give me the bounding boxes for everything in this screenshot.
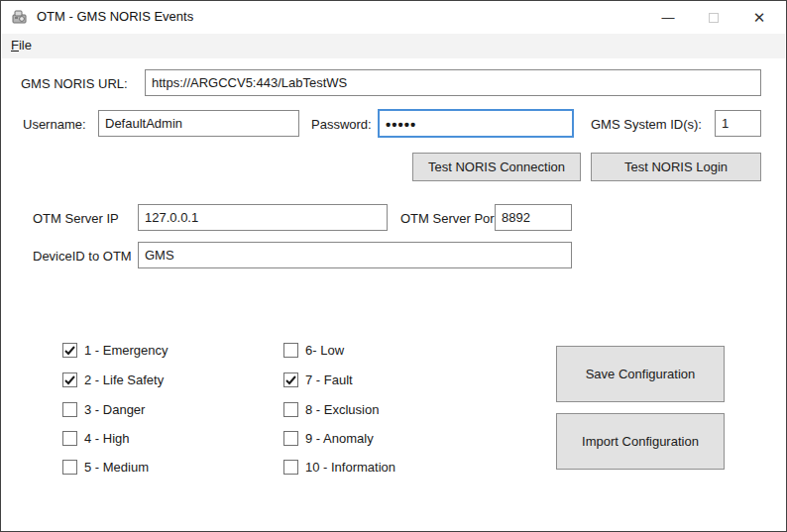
noris-url-input[interactable] (145, 69, 761, 96)
checkbox-label: 7 - Fault (305, 372, 353, 387)
menu-bar: File (2, 34, 785, 58)
checkbox-label: 10 - Information (305, 460, 395, 475)
check-icon (284, 374, 297, 386)
checkbox-box[interactable] (62, 343, 77, 358)
minimize-button[interactable]: — (645, 1, 691, 34)
checkbox-box[interactable] (283, 343, 298, 358)
system-ids-input[interactable] (715, 110, 761, 137)
username-label: Username: (23, 117, 86, 132)
title-bar: OTM - GMS NORIS Events — ✕ (1, 1, 786, 34)
otm-server-port-input[interactable] (495, 204, 572, 231)
device-id-input[interactable] (138, 242, 572, 268)
app-window: OTM - GMS NORIS Events — ✕ File GMS NORI… (0, 0, 787, 532)
checkbox-box[interactable] (283, 372, 298, 387)
checkbox-box[interactable] (62, 460, 77, 475)
close-button[interactable]: ✕ (736, 1, 782, 34)
checkbox-box[interactable] (283, 460, 298, 475)
menu-item-file[interactable]: File (2, 34, 40, 53)
checkbox-box[interactable] (283, 402, 298, 417)
checkbox-high[interactable]: 4 - High (62, 430, 130, 446)
close-icon: ✕ (753, 9, 766, 27)
save-configuration-button[interactable]: Save Configuration (556, 346, 725, 402)
checkbox-label: 5 - Medium (84, 460, 149, 475)
checkbox-box[interactable] (62, 431, 77, 446)
maximize-button (691, 1, 736, 34)
checkbox-label: 1 - Emergency (84, 343, 169, 358)
checkbox-label: 6- Low (305, 343, 344, 358)
checkbox-box[interactable] (283, 431, 298, 446)
app-icon (11, 9, 29, 25)
noris-url-label: GMS NORIS URL: (21, 76, 128, 91)
password-input[interactable] (378, 109, 574, 138)
checkbox-label: 3 - Danger (84, 402, 145, 417)
checkbox-emergency[interactable]: 1 - Emergency (62, 342, 169, 358)
checkbox-medium[interactable]: 5 - Medium (62, 459, 149, 475)
minimize-icon: — (662, 10, 675, 25)
check-icon (63, 374, 76, 386)
checkbox-information[interactable]: 10 - Information (283, 459, 395, 475)
checkbox-box[interactable] (62, 372, 77, 387)
checkbox-label: 8 - Exclusion (305, 402, 379, 417)
username-input[interactable] (98, 110, 299, 137)
checkbox-anomaly[interactable]: 9 - Anomaly (283, 430, 374, 446)
device-id-label: DeviceID to OTM (33, 249, 132, 264)
otm-server-ip-label: OTM Server IP (33, 211, 119, 226)
checkbox-exclusion[interactable]: 8 - Exclusion (283, 401, 379, 417)
checkbox-danger[interactable]: 3 - Danger (62, 401, 145, 417)
otm-server-ip-input[interactable] (138, 204, 388, 231)
checkbox-box[interactable] (62, 402, 77, 417)
password-label: Password: (311, 117, 372, 132)
check-icon (63, 345, 76, 357)
test-noris-connection-button[interactable]: Test NORIS Connection (412, 153, 581, 181)
checkbox-life-safety[interactable]: 2 - Life Safety (62, 372, 164, 387)
checkbox-low[interactable]: 6- Low (283, 342, 344, 358)
checkbox-label: 4 - High (84, 431, 130, 446)
window-title: OTM - GMS NORIS Events (37, 9, 193, 24)
maximize-icon (709, 13, 719, 23)
checkbox-label: 9 - Anomaly (305, 431, 374, 446)
checkbox-fault[interactable]: 7 - Fault (283, 372, 353, 387)
otm-server-port-label: OTM Server Por (400, 211, 495, 226)
import-configuration-button[interactable]: Import Configuration (556, 413, 725, 470)
system-ids-label: GMS System ID(s): (591, 117, 702, 132)
test-noris-login-button[interactable]: Test NORIS Login (591, 153, 761, 181)
checkbox-label: 2 - Life Safety (84, 372, 164, 387)
